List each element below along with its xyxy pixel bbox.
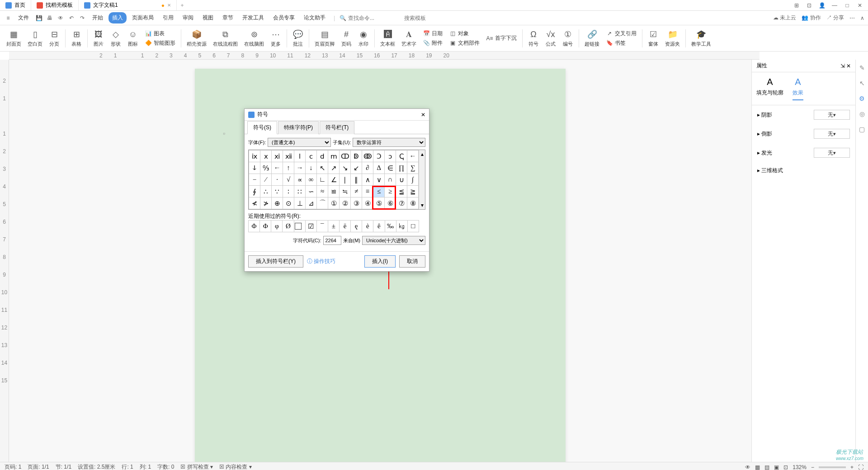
cancel-button[interactable]: 取消: [399, 255, 425, 268]
tool-cover[interactable]: ▦封面页: [4, 28, 24, 48]
tool-pic[interactable]: 🖼图片: [90, 28, 107, 48]
recent-symbol-cell[interactable]: Φ: [249, 221, 260, 232]
expand-icon[interactable]: ∧: [860, 15, 864, 21]
panel-3d[interactable]: ▸ 三维格式: [757, 167, 783, 174]
maximize-icon[interactable]: □: [843, 1, 852, 10]
symbol-cell[interactable]: −: [249, 174, 260, 186]
symbol-cell[interactable]: ∝: [294, 174, 306, 186]
symbol-cell[interactable]: ≡: [362, 186, 373, 197]
symbol-cell[interactable]: ⌒: [317, 197, 328, 209]
dialog-close[interactable]: ✕: [421, 112, 425, 118]
symbol-cell[interactable]: ⅾ: [317, 150, 328, 162]
tool-resrc[interactable]: 📁资源夹: [662, 28, 683, 48]
menu-view[interactable]: 视图: [199, 12, 217, 24]
code-input[interactable]: [323, 236, 341, 245]
recent-symbol-cell[interactable]: ‰: [385, 221, 396, 232]
tool-smart[interactable]: 🔶智能图形: [143, 39, 177, 47]
glow-select[interactable]: 无 ▾: [814, 148, 850, 158]
panel-tab-effect[interactable]: A效果: [793, 77, 803, 100]
symbol-cell[interactable]: ⅸ: [249, 150, 260, 162]
tab-close[interactable]: ✕: [167, 3, 171, 8]
symbol-cell[interactable]: ∟: [317, 174, 328, 186]
side-cursor-icon[interactable]: ↖: [859, 80, 865, 87]
tool-wordart[interactable]: 𝐀艺术字: [399, 28, 419, 48]
cloud-status[interactable]: ☁ 未上云: [773, 14, 796, 22]
tool-docpart[interactable]: ▣文档部件: [447, 39, 481, 47]
symbol-cell[interactable]: ∪: [396, 174, 407, 186]
preview-icon[interactable]: 👁: [56, 14, 65, 23]
menu-dev[interactable]: 开发工具: [239, 12, 268, 24]
layouts-icon[interactable]: ⊞: [792, 1, 801, 10]
symbol-cell[interactable]: ⑧: [407, 197, 419, 209]
zoom-fit-icon[interactable]: ⊡: [783, 464, 788, 470]
tool-pagebreak[interactable]: ⊟分页: [46, 28, 62, 48]
apps-icon[interactable]: ⊡: [805, 1, 814, 10]
print-icon[interactable]: 🖶: [45, 14, 54, 23]
symbol-cell[interactable]: ≧: [407, 186, 419, 197]
menu-review[interactable]: 审阅: [179, 12, 197, 24]
symbol-cell[interactable]: ⅻ: [283, 150, 294, 162]
subset-select[interactable]: 数学运算符: [353, 138, 425, 147]
symbol-cell[interactable]: ↖: [317, 162, 328, 174]
reflection-select[interactable]: 无 ▾: [814, 129, 850, 139]
font-select[interactable]: (普通文本): [268, 138, 331, 147]
symbol-cell[interactable]: ∶: [283, 186, 294, 197]
symbol-cell[interactable]: ←: [407, 150, 419, 162]
symbol-cell[interactable]: ≤: [373, 186, 385, 197]
symbol-cell[interactable]: ∙: [272, 174, 283, 186]
panel-glow[interactable]: ▸ 发光: [757, 149, 772, 157]
menu-file[interactable]: 文件: [14, 12, 33, 24]
tool-attach[interactable]: 📎附件: [421, 39, 444, 47]
menu-thesis[interactable]: 论文助手: [300, 12, 329, 24]
zoom-level[interactable]: 132%: [793, 464, 807, 470]
symbol-cell[interactable]: ∑: [407, 162, 419, 174]
symbol-cell[interactable]: ↅ: [396, 150, 407, 162]
symbol-cell[interactable]: ↄ: [385, 150, 396, 162]
symbol-cell[interactable]: ≠: [351, 186, 362, 197]
status-content[interactable]: ☒ 内容检查 ▾: [219, 463, 252, 470]
panel-controls[interactable]: ⇲ ✕: [840, 63, 851, 69]
recent-symbol-cell[interactable]: è: [362, 221, 373, 232]
shadow-select[interactable]: 无 ▾: [814, 110, 850, 120]
share-link[interactable]: ↗ 分享: [826, 14, 844, 22]
status-spell[interactable]: ☒ 拼写检查 ▾: [180, 463, 213, 470]
more-icon[interactable]: ⋯: [849, 15, 855, 21]
symbol-cell[interactable]: ≦: [396, 186, 407, 197]
menu-chapter[interactable]: 章节: [219, 12, 237, 24]
tab-add[interactable]: +: [177, 0, 188, 10]
tab-template[interactable]: 找稻壳模板: [31, 0, 79, 10]
symbol-cell[interactable]: ∆: [373, 162, 385, 174]
panel-reflection[interactable]: ▸ 倒影: [757, 130, 772, 138]
symbol-cell[interactable]: √: [283, 174, 294, 186]
side-page-icon[interactable]: ▢: [859, 126, 865, 133]
tool-resource[interactable]: 📦稻壳资源: [184, 28, 209, 48]
symbol-cell[interactable]: ≥: [385, 186, 396, 197]
tool-firstind[interactable]: A≡首字下沉: [484, 34, 519, 42]
symbol-cell[interactable]: ∫: [407, 174, 419, 186]
symbol-cell[interactable]: ∏: [396, 162, 407, 174]
symbol-cell[interactable]: ↗: [328, 162, 340, 174]
symbol-cell[interactable]: ∽: [306, 186, 317, 197]
insert-to-bar-button[interactable]: 插入到符号栏(Y): [248, 255, 303, 268]
recent-symbol-cell[interactable]: ë: [340, 221, 351, 232]
tool-pagenum[interactable]: #页码: [338, 28, 354, 48]
coop-link[interactable]: 👥 协作: [802, 14, 821, 22]
symbol-cell[interactable]: ↑: [283, 162, 294, 174]
symbol-cell[interactable]: ⅼ: [294, 150, 306, 162]
symbol-cell[interactable]: ∣: [340, 174, 351, 186]
view-outline-icon[interactable]: ▣: [774, 464, 779, 470]
symbol-cell[interactable]: ⑦: [396, 197, 407, 209]
tool-textbox[interactable]: 🅰文本框: [377, 28, 398, 48]
symbol-cell[interactable]: ≒: [340, 186, 351, 197]
tool-number[interactable]: ①编号: [560, 28, 576, 48]
recent-symbol-cell[interactable]: φ: [271, 221, 283, 232]
symbol-cell[interactable]: ∞: [306, 174, 317, 186]
recent-symbol-cell[interactable]: ¯: [316, 221, 328, 232]
zoom-in[interactable]: +: [850, 464, 854, 470]
tool-icon[interactable]: ☺图标: [125, 28, 141, 48]
tool-batch[interactable]: 💬批注: [290, 28, 306, 48]
view-read-icon[interactable]: 👁: [745, 464, 750, 470]
symbol-cell[interactable]: ⑥: [385, 197, 396, 209]
panel-shadow[interactable]: ▸ 阴影: [757, 111, 772, 119]
symbol-cell[interactable]: →: [294, 162, 306, 174]
